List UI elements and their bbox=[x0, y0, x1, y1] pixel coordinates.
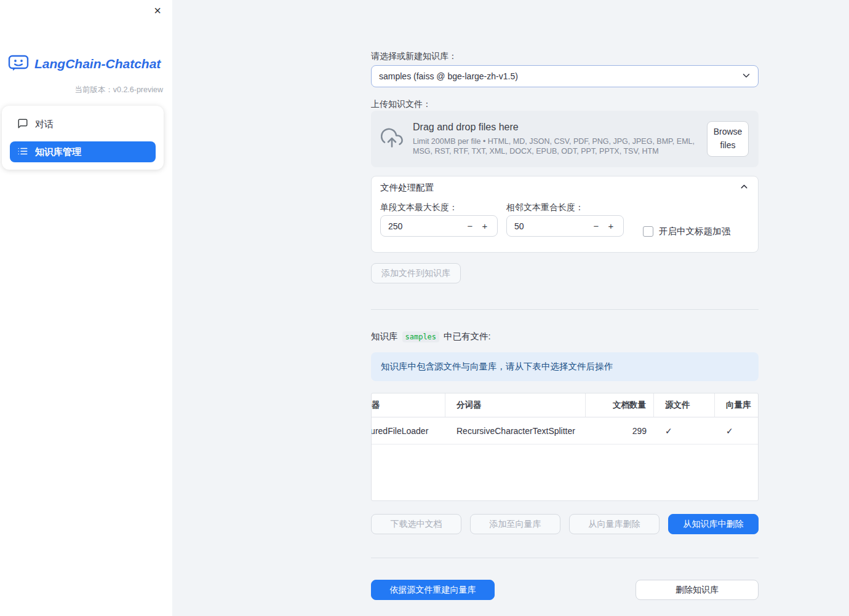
expander-body: 单段文本最大长度： 250 − + 相邻文本重合长度： 50 − + 开启中文标… bbox=[372, 199, 758, 252]
chunk-size-label: 单段文本最大长度： bbox=[380, 202, 498, 212]
chevron-up-icon bbox=[739, 181, 749, 194]
kb-files-suffix: 中已有文件: bbox=[444, 331, 491, 342]
overlap-value: 50 bbox=[514, 221, 589, 231]
divider bbox=[371, 558, 759, 558]
chunk-size-input[interactable]: 250 − + bbox=[380, 215, 498, 237]
close-sidebar-icon[interactable]: × bbox=[150, 3, 165, 18]
upload-label: 上传知识文件： bbox=[371, 99, 759, 109]
increment-button[interactable]: + bbox=[604, 221, 618, 231]
overlap-label: 相邻文本重合长度： bbox=[506, 202, 624, 212]
kb-name-code: samples bbox=[402, 331, 440, 342]
browse-files-button[interactable]: Browse files bbox=[707, 121, 749, 156]
decrement-button[interactable]: − bbox=[463, 221, 477, 231]
header-document-loader: 文档加载器 bbox=[371, 393, 445, 417]
add-to-vector-store-button[interactable]: 添加至向量库 bbox=[470, 514, 560, 534]
list-icon bbox=[17, 146, 28, 159]
increment-button[interactable]: + bbox=[477, 221, 492, 231]
logo-chat-icon bbox=[7, 53, 30, 74]
kb-files-prefix: 知识库 bbox=[371, 331, 398, 342]
overlap-input[interactable]: 50 − + bbox=[506, 215, 624, 237]
chunk-size-group: 单段文本最大长度： 250 − + bbox=[380, 202, 498, 237]
file-uploader-dropzone[interactable]: Drag and drop files here Limit 200MB per… bbox=[371, 111, 759, 167]
nav-menu: 对话 知识库管理 bbox=[2, 106, 164, 170]
cell-text-splitter: RecursiveCharacterTextSplitter bbox=[445, 417, 586, 444]
expander-title: 文件处理配置 bbox=[380, 182, 434, 194]
table-row[interactable]: UnstructuredFileLoader RecursiveCharacte… bbox=[371, 417, 759, 444]
header-in-db: 向量库 bbox=[715, 393, 759, 417]
main-content: 请选择或新建知识库： samples (faiss @ bge-large-zh… bbox=[371, 51, 759, 600]
divider bbox=[371, 309, 759, 310]
uploader-limit-text: Limit 200MB per file • HTML, MD, JSON, C… bbox=[413, 136, 707, 157]
rebuild-vector-store-button[interactable]: 依据源文件重建向量库 bbox=[371, 580, 495, 600]
nav-item-dialogue[interactable]: 对话 bbox=[10, 113, 156, 135]
logo-text: LangChain-Chatchat bbox=[34, 57, 161, 71]
header-docs-count: 文档数量 bbox=[586, 393, 654, 417]
decrement-button[interactable]: − bbox=[589, 221, 604, 231]
file-config-expander: 文件处理配置 单段文本最大长度： 250 − + 相邻文本重合长度： 50 bbox=[371, 176, 759, 253]
overlap-group: 相邻文本重合长度： 50 − + bbox=[506, 202, 624, 237]
chevron-down-icon bbox=[741, 70, 752, 83]
delete-from-vector-store-button[interactable]: 从向量库删除 bbox=[569, 514, 660, 534]
header-in-folder: 源文件 bbox=[654, 393, 715, 417]
info-banner: 知识库中包含源文件与向量库，请从下表中选择文件后操作 bbox=[371, 352, 759, 381]
chat-bubble-icon bbox=[17, 118, 28, 131]
kb-selectbox[interactable]: samples (faiss @ bge-large-zh-v1.5) bbox=[371, 65, 759, 87]
upload-cloud-icon bbox=[381, 127, 403, 151]
nav-item-label: 对话 bbox=[35, 119, 54, 130]
cell-in-folder-check: ✓ bbox=[654, 417, 715, 444]
delete-kb-button[interactable]: 删除知识库 bbox=[636, 580, 759, 600]
checkbox-label: 开启中文标题加强 bbox=[659, 226, 730, 237]
cell-in-db-check: ✓ bbox=[715, 417, 759, 444]
expander-header[interactable]: 文件处理配置 bbox=[372, 176, 758, 199]
download-selected-button[interactable]: 下载选中文档 bbox=[371, 514, 461, 534]
delete-from-kb-button[interactable]: 从知识库中删除 bbox=[668, 514, 759, 534]
kb-select-label: 请选择或新建知识库： bbox=[371, 51, 759, 61]
uploader-title: Drag and drop files here bbox=[413, 122, 707, 133]
nav-item-knowledge-base[interactable]: 知识库管理 bbox=[10, 141, 156, 162]
zh-title-enhance-checkbox[interactable]: 开启中文标题加强 bbox=[643, 221, 730, 242]
files-table-inner: 文档加载器 分词器 文档数量 源文件 向量库 UnstructuredFileL… bbox=[371, 393, 759, 444]
add-files-button[interactable]: 添加文件到知识库 bbox=[371, 263, 461, 283]
nav-item-label: 知识库管理 bbox=[35, 146, 81, 158]
files-table: 文档加载器 分词器 文档数量 源文件 向量库 UnstructuredFileL… bbox=[371, 393, 759, 501]
kb-selected-value: samples (faiss @ bge-large-zh-v1.5) bbox=[379, 71, 741, 81]
version-text: 当前版本：v0.2.6-preview bbox=[74, 85, 163, 95]
app-logo: LangChain-Chatchat bbox=[7, 53, 161, 74]
cell-docs-count: 299 bbox=[586, 417, 654, 444]
kb-management-buttons: 依据源文件重建向量库 删除知识库 bbox=[371, 580, 759, 600]
cell-document-loader: UnstructuredFileLoader bbox=[371, 417, 445, 444]
table-header: 文档加载器 分词器 文档数量 源文件 向量库 bbox=[371, 393, 759, 417]
header-text-splitter: 分词器 bbox=[445, 393, 586, 417]
kb-files-heading: 知识库 samples 中已有文件: bbox=[371, 331, 759, 342]
sidebar: × LangChain-Chatchat 当前版本：v0.2.6-preview… bbox=[0, 0, 172, 616]
checkbox-box[interactable] bbox=[643, 226, 653, 237]
chunk-size-value: 250 bbox=[388, 221, 463, 231]
file-action-buttons: 下载选中文档 添加至向量库 从向量库删除 从知识库中删除 bbox=[371, 514, 759, 534]
uploader-text: Drag and drop files here Limit 200MB per… bbox=[413, 122, 707, 157]
